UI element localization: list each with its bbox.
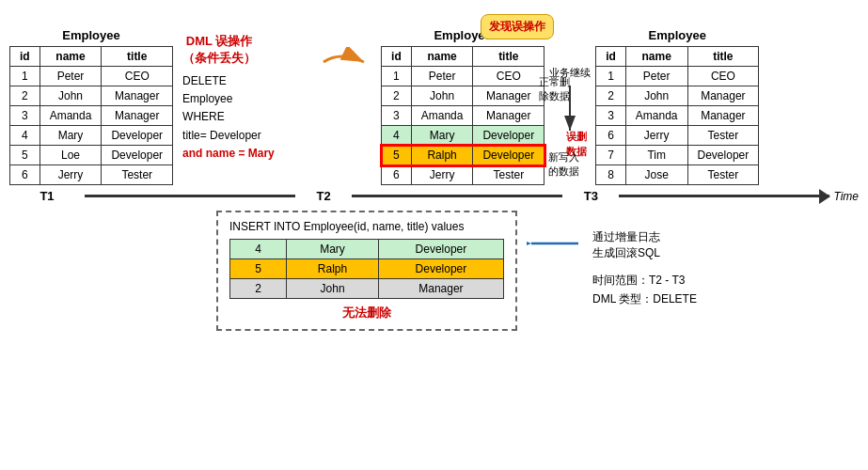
arrow-t1-t2 (322, 47, 373, 77)
t2-table: id name title 1PeterCEO2JohnManager3Aman… (381, 46, 544, 185)
t3-table-wrapper: Employee id name title 1PeterCEO2JohnMan… (595, 28, 759, 185)
discover-bubble: 发现误操作 (481, 14, 554, 39)
table-row: 5RalphDeveloper (382, 146, 544, 165)
t1-table-title: Employee (62, 28, 119, 42)
t1-label: T1 (9, 189, 85, 203)
table-row: 4MaryDeveloper (10, 126, 173, 146)
main-container: Employee id name title 1PeterCEO2JohnMan… (0, 0, 868, 470)
t1-table-wrapper: Employee id name title 1PeterCEO2JohnMan… (9, 28, 173, 185)
table-row: 4MaryDeveloper (230, 240, 504, 259)
t2-label: T2 (295, 189, 352, 203)
table-row: 4MaryDeveloper (382, 126, 544, 146)
t2-col-title: title (473, 47, 544, 67)
t1-col-id: id (10, 47, 40, 67)
right-info-title: 通过增量日志生成回滚SQL (592, 229, 697, 261)
table-row: 1PeterCEO (10, 67, 173, 86)
table-row: 3AmandaManager (596, 106, 759, 126)
table-row: 2JohnManager (382, 86, 544, 106)
t2-col-name: name (411, 47, 473, 67)
dml-type-label: DML 类型：DELETE (592, 290, 697, 308)
table-row: 1PeterCEO (596, 67, 759, 86)
t3-table: id name title 1PeterCEO2JohnManager3Aman… (595, 46, 759, 185)
table-row: 8JoseTester (596, 165, 759, 185)
blue-arrow-area (527, 229, 583, 258)
dml-code: DELETE Employee WHERE title= Developer a… (182, 72, 275, 163)
table-row: 5RalphDeveloper (230, 259, 504, 279)
table-row: 1PeterCEO (382, 67, 544, 86)
recovery-table: 4MaryDeveloper5RalphDeveloper2JohnManage… (229, 239, 504, 299)
timeline: T1 T2 T3 Time (9, 189, 859, 203)
blue-arrow-left (527, 229, 583, 258)
dml-section: DML 误操作 （条件丢失） DELETE Employee WHERE tit… (182, 19, 305, 163)
bottom-section: INSERT INTO Employee(id, name, title) va… (9, 211, 859, 331)
table-row: 3AmandaManager (10, 106, 173, 126)
normal-delete-label: 正常删除数据 (539, 75, 570, 104)
time-label: Time (833, 190, 859, 203)
table-row: 6JerryTester (10, 165, 173, 185)
table-row: 2JohnManager (596, 86, 759, 106)
dashed-box: INSERT INTO Employee(id, name, title) va… (216, 211, 517, 331)
table-row: 7TimDeveloper (596, 146, 759, 165)
right-info-details: 时间范围：T2 - T3 DML 类型：DELETE (592, 271, 697, 309)
t3-area: Employee id name title 1PeterCEO2JohnMan… (595, 28, 759, 185)
t2-col-id: id (382, 47, 412, 67)
t1-col-title: title (102, 47, 173, 67)
right-info: 通过增量日志生成回滚SQL 时间范围：T2 - T3 DML 类型：DELETE (592, 220, 697, 309)
t3-label: T3 (562, 189, 619, 203)
t2-area: 发现误操作 Employee id name title 1PeterCEO2J… (381, 28, 544, 185)
dml-highlight: and name = Mary (182, 147, 275, 160)
cannot-delete-label: 无法删除 (229, 305, 504, 321)
t2-table-wrapper: Employee id name title 1PeterCEO2JohnMan… (381, 28, 544, 185)
table-row: 2JohnManager (10, 86, 173, 106)
t1-col-name: name (39, 47, 102, 67)
table-row: 5LoeDeveloper (10, 146, 173, 165)
table-row: 6JerryTester (596, 126, 759, 146)
table-row: 2JohnManager (230, 279, 504, 299)
insert-title: INSERT INTO Employee(id, name, title) va… (229, 220, 464, 233)
time-range-label: 时间范围：T2 - T3 (592, 271, 697, 290)
t1-table: id name title 1PeterCEO2JohnManager3Aman… (9, 46, 173, 185)
new-data-label: 新写入的数据 (548, 150, 579, 180)
t3-col-id: id (596, 47, 626, 67)
top-area: Employee id name title 1PeterCEO2JohnMan… (9, 9, 859, 185)
dml-title: DML 误操作 （条件丢失） (182, 33, 256, 67)
t3-col-name: name (625, 47, 687, 67)
t3-col-title: title (687, 47, 759, 67)
table-row: 6JerryTester (382, 165, 544, 185)
table-row: 3AmandaManager (382, 106, 544, 126)
t3-table-title: Employee (648, 28, 705, 42)
